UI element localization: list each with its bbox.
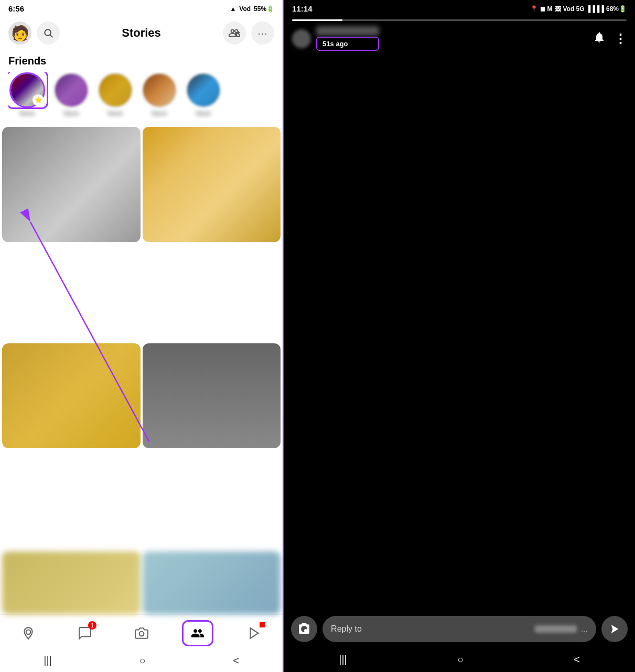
- story-avatar-5[interactable]: [186, 72, 221, 108]
- reply-input-field[interactable]: Reply to ...: [322, 616, 596, 642]
- story-content-area: [284, 54, 635, 611]
- signal-icon: ▲: [230, 5, 236, 13]
- status-time-left: 6:56: [8, 4, 24, 13]
- left-panel: 6:56 ▲ Vod 55%🔋 🧑 Stories: [0, 0, 283, 672]
- story-bottom-bar: Reply to ...: [284, 611, 635, 649]
- status-time-right: 11:14: [292, 4, 312, 13]
- svg-marker-8: [251, 628, 259, 638]
- story-name-5: Name: [196, 110, 211, 116]
- gallery-icon: 🖼: [555, 5, 561, 13]
- app-header: 🧑 Stories ···: [0, 17, 283, 51]
- story-viewer-username: [316, 26, 379, 36]
- nav-item-spotlight[interactable]: [239, 620, 270, 646]
- svg-point-0: [45, 29, 51, 36]
- nav-item-stories[interactable]: [182, 620, 213, 646]
- svg-point-7: [139, 632, 144, 636]
- mail-icon: M: [547, 5, 553, 13]
- avatar-emoji: 🧑: [11, 25, 29, 42]
- home-button[interactable]: ○: [139, 655, 145, 667]
- status-icons-left: ▲ Vod 55%🔋: [230, 5, 274, 13]
- camera-icon: [135, 626, 148, 640]
- camera-snap-icon: [298, 623, 310, 635]
- story-header-icons: ⋮: [593, 31, 627, 47]
- story-avatar-image-4: [143, 74, 176, 106]
- story-item-2[interactable]: Name: [52, 72, 90, 116]
- story-name-2: Name: [63, 110, 79, 116]
- story-emoji-badge-1: ⭐: [33, 94, 44, 106]
- story-viewer-avatar[interactable]: [292, 29, 311, 48]
- story-item-1[interactable]: ⭐ Name: [8, 72, 46, 116]
- back-button[interactable]: <: [233, 655, 239, 667]
- map-icon: [21, 626, 35, 640]
- status-icons-right: 📍 ◼ M 🖼 Vod 5G ▐▐▐▐ 68%🔋: [530, 5, 627, 13]
- wifi-icon: Vod: [239, 5, 251, 13]
- nav-item-map[interactable]: [13, 620, 44, 646]
- location-icon: 📍: [530, 5, 538, 13]
- content-card-4[interactable]: [143, 343, 281, 448]
- battery-right-icon: 68%🔋: [606, 5, 627, 13]
- story-user-info: 51s ago: [292, 26, 379, 51]
- friends-label: Friends: [8, 55, 274, 67]
- story-avatar-image-3: [99, 74, 132, 106]
- story-item-5[interactable]: Name: [185, 72, 222, 116]
- content-grid: [0, 123, 283, 551]
- story-name-3: Name: [107, 110, 123, 116]
- svg-point-6: [26, 630, 31, 635]
- send-button[interactable]: [601, 616, 628, 642]
- story-progress-fill: [292, 19, 342, 21]
- story-time-badge: 51s ago: [316, 37, 379, 51]
- story-avatar-image-2: [55, 74, 88, 106]
- reply-to-label: Reply to: [331, 624, 531, 634]
- reply-dots: ...: [581, 624, 588, 634]
- recent-apps-button[interactable]: |||: [44, 655, 52, 667]
- header-actions: ···: [223, 21, 274, 45]
- recipient-name-blur: [535, 625, 577, 633]
- add-friend-button[interactable]: [223, 21, 246, 45]
- status-bar-right: 11:14 📍 ◼ M 🖼 Vod 5G ▐▐▐▐ 68%🔋: [284, 0, 635, 17]
- spotlight-badge: [260, 622, 265, 627]
- home-button-right[interactable]: ○: [457, 654, 464, 666]
- page-title: Stories: [122, 26, 161, 40]
- svg-line-1: [50, 35, 53, 38]
- story-camera-button[interactable]: [291, 616, 317, 642]
- story-item-4[interactable]: Name: [141, 72, 178, 116]
- story-avatar-2[interactable]: [53, 72, 89, 108]
- search-button[interactable]: [37, 21, 60, 45]
- content-card-3[interactable]: [2, 343, 141, 448]
- more-options-icon[interactable]: ⋮: [614, 31, 627, 46]
- friends-section: Friends ⭐ Name Name: [0, 51, 283, 123]
- message-icon: ◼: [540, 5, 545, 13]
- send-icon: [609, 623, 620, 635]
- content-card-1[interactable]: [2, 127, 141, 242]
- notification-bell-icon[interactable]: [593, 31, 606, 47]
- battery-icon: 55%🔋: [254, 5, 274, 13]
- back-button-right[interactable]: <: [574, 654, 580, 666]
- card-bottom-row: [0, 551, 283, 614]
- story-avatar-4[interactable]: [142, 72, 177, 108]
- stories-row: ⭐ Name Name Name: [8, 72, 274, 120]
- story-viewer-header: 51s ago ⋮: [284, 23, 635, 54]
- story-item-3[interactable]: Name: [96, 72, 134, 116]
- nav-item-chat[interactable]: 1: [69, 620, 101, 646]
- story-name-4: Name: [152, 110, 167, 116]
- stories-icon: [191, 626, 205, 640]
- add-friend-icon: [229, 27, 240, 39]
- profile-avatar[interactable]: 🧑: [8, 21, 31, 45]
- story-avatar-3[interactable]: [98, 72, 133, 108]
- recent-apps-button-right[interactable]: |||: [339, 654, 347, 666]
- chat-badge: 1: [88, 621, 96, 630]
- content-card-small-2[interactable]: [143, 551, 281, 614]
- nav-item-camera[interactable]: [126, 620, 157, 646]
- content-card-small-1[interactable]: [2, 551, 141, 614]
- search-icon: [43, 28, 53, 38]
- signal-strength-icon: Vod 5G ▐▐▐▐: [563, 5, 604, 13]
- system-bar-right: ||| ○ <: [284, 649, 635, 672]
- more-options-button[interactable]: ···: [251, 21, 274, 45]
- system-bar-left: ||| ○ <: [0, 651, 283, 672]
- story-avatar-image-5: [187, 74, 220, 106]
- story-progress-bar: [292, 19, 627, 21]
- more-icon: ···: [257, 27, 268, 39]
- status-bar-left: 6:56 ▲ Vod 55%🔋: [0, 0, 283, 17]
- content-card-2[interactable]: [143, 127, 281, 242]
- spotlight-icon: [247, 626, 261, 640]
